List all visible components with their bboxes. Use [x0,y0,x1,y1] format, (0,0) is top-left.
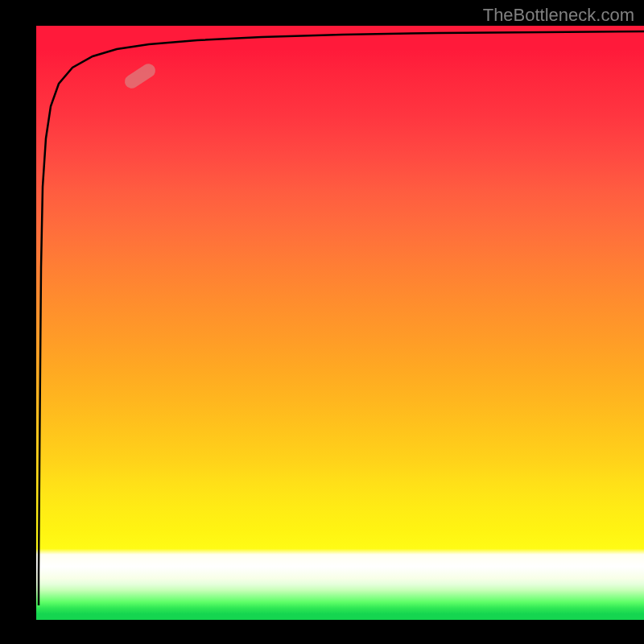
chart-container [36,26,644,620]
curve-plot [36,26,644,620]
watermark-text: TheBottleneck.com [483,5,634,26]
curve-line [39,31,644,605]
